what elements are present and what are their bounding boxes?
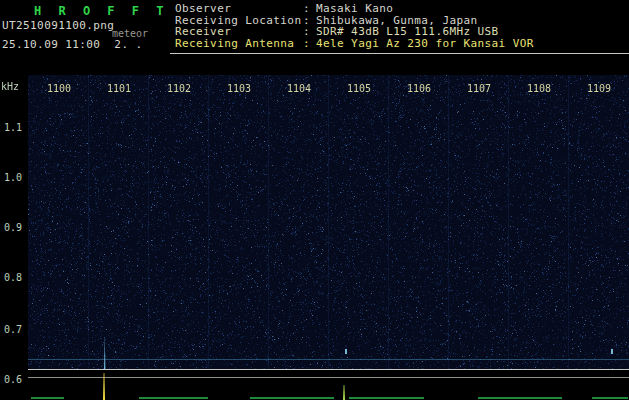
x-tick: 1108: [526, 83, 552, 94]
meter-baseline-segment: [31, 397, 64, 399]
output-filename: UT2510091100.png: [2, 19, 114, 32]
meter-spike: [103, 373, 105, 400]
x-tick: 1106: [406, 83, 432, 94]
meter-baseline-segment: [250, 397, 334, 399]
x-tick: 1104: [286, 83, 312, 94]
x-tick: 1107: [466, 83, 492, 94]
meter-baseline-segment: [349, 397, 424, 399]
field-colon: :: [303, 38, 316, 50]
meter-spike: [343, 385, 345, 400]
field-label: Receiver: [175, 26, 303, 38]
field-colon: :: [303, 3, 316, 15]
datetime-text: 25.10.09 11:00 2. .: [2, 38, 142, 51]
field-label: Receiving Antenna: [175, 38, 303, 50]
y-tick: 0.9: [4, 222, 22, 233]
field-colon: :: [303, 26, 316, 38]
hrofft-screen: H R O F F T UT2510091100.png meteor 25.1…: [0, 0, 629, 400]
header-divider: [170, 53, 629, 54]
field-value: 4ele Yagi Az 230 for Kansai VOR: [316, 38, 534, 50]
meter-baseline-segment: [478, 397, 562, 399]
app-title: H R O F F T: [34, 4, 168, 18]
y-tick: 1.0: [4, 172, 22, 183]
x-tick: 1102: [166, 83, 192, 94]
field-value: SDR# 43dB L15 111.6MHz USB: [316, 26, 499, 38]
station-info-row-receiver: Receiver:SDR# 43dB L15 111.6MHz USB: [175, 26, 534, 38]
x-tick: 1100: [46, 83, 72, 94]
station-info-row-antenna: Receiving Antenna:4ele Yagi Az 230 for K…: [175, 38, 534, 50]
meter-top-line: [28, 369, 629, 370]
spectrogram-canvas: [28, 75, 629, 369]
y-tick: 1.1: [4, 122, 22, 133]
x-tick: 1105: [346, 83, 372, 94]
x-tick: 1101: [106, 83, 132, 94]
y-tick: 0.7: [4, 324, 22, 335]
y-tick: 0.6: [4, 374, 22, 385]
y-axis-unit: kHz: [1, 81, 19, 92]
field-label: Observer: [175, 3, 303, 15]
field-value: Masaki Kano: [316, 3, 393, 15]
station-info-row-observer: Observer:Masaki Kano: [175, 3, 534, 15]
x-tick: 1109: [586, 83, 612, 94]
station-info: Observer:Masaki Kano Receiving Location:…: [175, 3, 534, 49]
y-tick: 0.8: [4, 272, 22, 283]
meter-mid-line: [28, 377, 629, 378]
x-tick: 1103: [226, 83, 252, 94]
meter-baseline-segment: [139, 397, 208, 399]
meter-baseline-segment: [592, 397, 628, 399]
